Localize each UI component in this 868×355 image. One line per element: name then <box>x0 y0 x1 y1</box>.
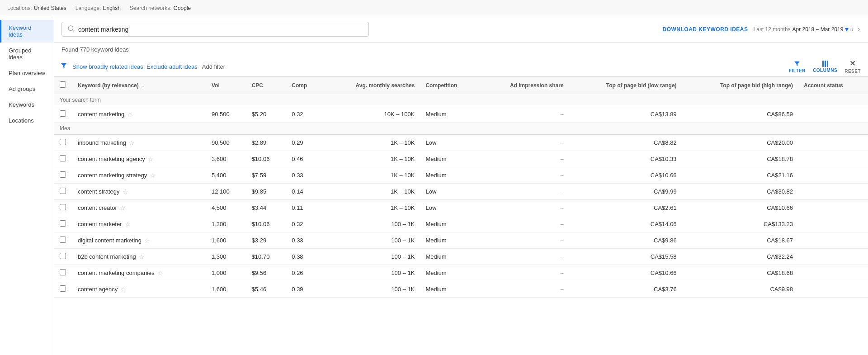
star-icon[interactable]: ☆ <box>127 111 133 118</box>
star-icon[interactable]: ☆ <box>144 237 150 244</box>
sidebar-label-keywords: Keywords <box>9 101 34 108</box>
star-icon[interactable]: ☆ <box>129 139 135 147</box>
row-checkbox[interactable] <box>60 253 66 259</box>
top-bid-high-cell: CA$86.59 <box>682 106 798 123</box>
keyword-text-value: digital content marketing <box>78 237 142 244</box>
cpc-cell: $10.70 <box>246 249 287 265</box>
row-checkbox-cell[interactable] <box>54 200 72 216</box>
top-bid-high-cell: CA$21.16 <box>682 167 798 184</box>
add-filter-button[interactable]: Add filter <box>202 63 225 70</box>
cpc-column-header[interactable]: CPC <box>246 77 287 94</box>
date-value: Apr 2018 – Mar 2019 <box>793 26 844 33</box>
avg-monthly-column-header[interactable]: Avg. monthly searches <box>323 77 420 94</box>
download-keyword-ideas-button[interactable]: DOWNLOAD KEYWORD IDEAS <box>663 26 748 33</box>
search-term-section-header: Your search term <box>54 94 868 106</box>
row-checkbox[interactable] <box>60 285 66 292</box>
keyword-cell: inbound marketing ☆ <box>72 135 206 151</box>
star-icon[interactable]: ☆ <box>120 286 126 293</box>
comp-cell: 0.26 <box>286 265 323 281</box>
sidebar-label-plan-overview: Plan overview <box>9 70 45 76</box>
cpc-cell: $3.44 <box>246 200 287 216</box>
date-dropdown-icon[interactable]: ▾ <box>845 25 849 33</box>
sidebar-item-plan-overview[interactable]: Plan overview <box>0 65 54 81</box>
sidebar-item-ad-groups[interactable]: Ad groups <box>0 81 54 97</box>
row-checkbox[interactable] <box>60 139 66 145</box>
vol-column-header[interactable]: Vol <box>206 77 246 94</box>
ad-impression-column-header[interactable]: Ad impression share <box>479 77 569 94</box>
row-checkbox-cell[interactable] <box>54 135 72 151</box>
row-checkbox-cell[interactable] <box>54 265 72 281</box>
sidebar-item-grouped-ideas[interactable]: Grouped ideas <box>0 43 54 65</box>
search-box[interactable] <box>61 22 369 37</box>
competition-column-header[interactable]: Competition <box>420 77 479 94</box>
row-checkbox[interactable] <box>60 188 66 194</box>
filter-funnel-icon[interactable] <box>60 62 68 71</box>
comp-cell: 0.14 <box>286 184 323 200</box>
row-checkbox-cell[interactable] <box>54 167 72 184</box>
select-all-checkbox[interactable] <box>60 81 66 88</box>
keyword-ideas-table-container[interactable]: Keyword (by relevance) ↓ Vol CPC Comp Av… <box>54 77 868 355</box>
star-icon[interactable]: ☆ <box>125 221 131 228</box>
row-checkbox-cell[interactable] <box>54 281 72 298</box>
row-checkbox-cell[interactable] <box>54 184 72 200</box>
sidebar-item-keywords[interactable]: Keywords <box>0 97 54 113</box>
results-count: Found 770 keyword ideas <box>61 46 129 53</box>
star-icon[interactable]: ☆ <box>139 253 145 260</box>
keyword-column-header[interactable]: Keyword (by relevance) ↓ <box>72 77 206 94</box>
top-bid-low-column-header[interactable]: Top of page bid (low range) <box>569 77 682 94</box>
star-icon[interactable]: ☆ <box>120 204 126 212</box>
row-checkbox[interactable] <box>60 204 66 210</box>
vol-cell: 5,400 <box>206 167 246 184</box>
row-checkbox[interactable] <box>60 155 66 161</box>
sidebar-label-locations: Locations <box>9 117 34 124</box>
sidebar-item-locations[interactable]: Locations <box>0 113 54 128</box>
row-checkbox-cell[interactable] <box>54 232 72 249</box>
columns-button[interactable]: COLUMNS <box>813 61 837 73</box>
row-checkbox-cell[interactable] <box>54 151 72 167</box>
top-bid-high-column-header[interactable]: Top of page bid (high range) <box>682 77 798 94</box>
comp-column-header[interactable]: Comp <box>286 77 323 94</box>
broadly-related-filter-link[interactable]: Show broadly related ideas; Exclude adul… <box>72 63 198 70</box>
row-checkbox[interactable] <box>60 171 66 178</box>
network-item: Search networks: Google <box>130 5 191 11</box>
comp-cell: 0.32 <box>286 216 323 232</box>
select-all-header[interactable] <box>54 77 72 94</box>
search-icon <box>67 25 75 33</box>
keyword-text-value: content marketer <box>78 221 122 227</box>
row-checkbox[interactable] <box>60 110 66 117</box>
row-checkbox[interactable] <box>60 220 66 227</box>
row-checkbox-cell[interactable] <box>54 106 72 123</box>
row-checkbox-cell[interactable] <box>54 216 72 232</box>
date-label: Last 12 months <box>754 26 791 33</box>
row-checkbox[interactable] <box>60 237 66 243</box>
top-bid-low-cell: CA$13.89 <box>569 106 682 123</box>
avg-monthly-cell: 100 – 1K <box>323 281 420 298</box>
row-checkbox-cell[interactable] <box>54 249 72 265</box>
ad-impression-cell: – <box>479 265 569 281</box>
vol-cell: 1,600 <box>206 281 246 298</box>
keyword-text: content strategy ☆ <box>78 188 201 195</box>
top-bid-high-cell: CA$32.24 <box>682 249 798 265</box>
ideas-section-header: Idea <box>54 123 868 135</box>
keyword-text: content agency ☆ <box>78 286 201 293</box>
comp-cell: 0.38 <box>286 249 323 265</box>
competition-cell: Medium <box>420 106 479 123</box>
competition-cell: Medium <box>420 151 479 167</box>
date-nav-next-icon[interactable]: › <box>857 25 861 33</box>
star-icon[interactable]: ☆ <box>157 270 163 277</box>
date-nav-prev-icon[interactable]: ‹ <box>850 25 854 33</box>
ad-impression-cell: – <box>479 200 569 216</box>
star-icon[interactable]: ☆ <box>148 156 154 163</box>
search-input[interactable] <box>78 26 363 33</box>
ideas-row: content marketing companies ☆ 1,000 $9.5… <box>54 265 868 281</box>
filter-button[interactable]: FILTER <box>789 60 806 73</box>
row-checkbox[interactable] <box>60 269 66 275</box>
star-icon[interactable]: ☆ <box>123 188 128 195</box>
account-status-column-header[interactable]: Account status <box>798 77 868 94</box>
sidebar-item-keyword-ideas[interactable]: Keyword ideas <box>0 20 54 43</box>
avg-monthly-cell: 1K – 10K <box>323 167 420 184</box>
vol-cell: 1,600 <box>206 232 246 249</box>
competition-cell: Low <box>420 135 479 151</box>
star-icon[interactable]: ☆ <box>150 172 156 179</box>
reset-button[interactable]: ✕ RESET <box>844 59 861 74</box>
